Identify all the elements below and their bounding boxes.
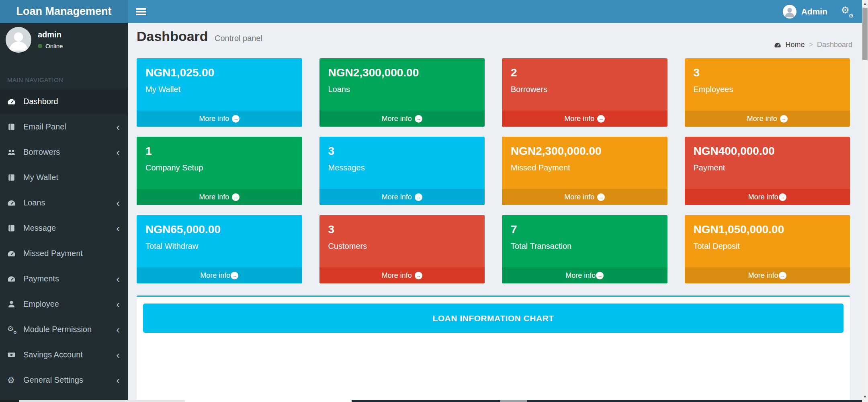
vertical-scrollbar[interactable]: ▲ ▼ bbox=[862, 0, 868, 402]
sidebar-toggle-button[interactable] bbox=[136, 7, 148, 16]
more-info-link[interactable]: More info → bbox=[502, 111, 667, 127]
more-info-label: More info bbox=[199, 115, 229, 123]
breadcrumb-separator: > bbox=[809, 41, 813, 49]
sidebar-menu: Dashbord ‹ Email Panel ‹ Borrowers ‹ My … bbox=[0, 89, 128, 393]
more-info-link[interactable]: More info → bbox=[319, 189, 485, 205]
info-box-value: 2 bbox=[511, 66, 659, 79]
sidebar-section-header: MAIN NAVIGATION bbox=[0, 60, 128, 89]
loan-chart-panel: LOAN INFORMATION CHART bbox=[137, 295, 850, 400]
more-info-link[interactable]: More info → bbox=[685, 111, 850, 127]
vertical-scrollbar-thumb[interactable] bbox=[862, 8, 868, 60]
more-info-link[interactable]: More info → bbox=[137, 189, 302, 205]
info-box-label: Total Withdraw bbox=[145, 242, 293, 251]
more-info-link[interactable]: More info → bbox=[685, 189, 850, 205]
chevron-left-icon: ‹ bbox=[116, 274, 120, 284]
settings-gears-icon[interactable]: ⚙ ⚙ bbox=[841, 6, 853, 18]
sidebar: admin Online MAIN NAVIGATION Dashbord ‹ … bbox=[0, 23, 128, 400]
horizontal-scrollbar-thumb[interactable] bbox=[500, 400, 527, 402]
sidebar-item-my-wallet[interactable]: My Wallet ‹ bbox=[0, 165, 128, 190]
user-menu-label: Admin bbox=[801, 7, 827, 16]
sidebar-item-employee[interactable]: Employee ‹ bbox=[0, 291, 128, 317]
book-icon bbox=[7, 173, 19, 182]
sidebar-item-missed-payment[interactable]: Missed Payment ‹ bbox=[0, 241, 128, 266]
cogs-icon: ⚙⚙ bbox=[7, 325, 19, 334]
arrow-circle-right-icon: → bbox=[415, 272, 422, 279]
user-status: Online bbox=[38, 43, 63, 49]
brand-title: Loan Management bbox=[16, 5, 111, 18]
chevron-left-icon: ‹ bbox=[116, 324, 120, 335]
sidebar-item-label: Savings Account bbox=[23, 350, 116, 359]
info-box-label: Total Transaction bbox=[511, 242, 659, 251]
money-icon bbox=[7, 351, 19, 359]
sidebar-item-module-permission[interactable]: ⚙⚙ Module Permission ‹ bbox=[0, 317, 128, 342]
info-box-value: NGN400,000.00 bbox=[694, 145, 841, 158]
arrow-circle-right-icon: → bbox=[231, 272, 238, 279]
sidebar-item-loans[interactable]: Loans ‹ bbox=[0, 190, 128, 215]
sidebar-item-general-settings[interactable]: ⚙ General Settings ‹ bbox=[0, 367, 128, 393]
sidebar-item-label: Payments bbox=[23, 274, 116, 283]
arrow-circle-right-icon: → bbox=[780, 115, 788, 123]
info-box-loans: NGN2,300,000.00 Loans More info → bbox=[319, 58, 485, 127]
chevron-left-icon: ‹ bbox=[116, 122, 120, 132]
gauge-icon bbox=[7, 249, 19, 258]
more-info-link[interactable]: More info → bbox=[319, 267, 485, 283]
info-box-value: 3 bbox=[328, 145, 476, 158]
info-box-label: Loans bbox=[328, 85, 476, 94]
chevron-left-icon: ‹ bbox=[116, 375, 120, 386]
info-box-label: Company Setup bbox=[145, 163, 293, 172]
info-box-messages: 3 Messages More info → bbox=[319, 137, 485, 205]
scroll-down-icon[interactable]: ▼ bbox=[862, 393, 868, 400]
loan-chart-banner[interactable]: LOAN INFORMATION CHART bbox=[143, 304, 843, 333]
horizontal-scrollbar[interactable] bbox=[0, 400, 862, 402]
info-box-value: 3 bbox=[328, 223, 476, 236]
more-info-link[interactable]: More info → bbox=[502, 189, 667, 205]
more-info-link[interactable]: More info → bbox=[685, 267, 850, 283]
info-box-customers: 3 Customers More info → bbox=[319, 215, 485, 283]
sidebar-item-email-panel[interactable]: Email Panel ‹ bbox=[0, 114, 128, 139]
info-box-total-deposit: NGN1,050,000.00 Total Deposit More info … bbox=[685, 215, 850, 283]
user-avatar-icon bbox=[783, 5, 796, 18]
info-box-label: Missed Payment bbox=[511, 163, 659, 172]
sidebar-item-payments[interactable]: Payments ‹ bbox=[0, 266, 128, 291]
chevron-left-icon: ‹ bbox=[116, 299, 120, 310]
sidebar-item-savings-account[interactable]: Savings Account ‹ bbox=[0, 342, 128, 367]
info-box-my-wallet: NGN1,025.00 My Wallet More info → bbox=[137, 58, 302, 127]
chevron-left-icon: ‹ bbox=[116, 198, 120, 208]
gauge-icon bbox=[7, 199, 19, 207]
info-box-label: Total Deposit bbox=[694, 242, 841, 251]
gauge-icon bbox=[7, 275, 19, 283]
sidebar-item-message[interactable]: Message ‹ bbox=[0, 215, 128, 241]
user-status-label: Online bbox=[45, 43, 63, 49]
sidebar-user-panel: admin Online bbox=[0, 23, 128, 60]
info-box-employees: 3 Employees More info → bbox=[685, 58, 850, 127]
book-icon bbox=[7, 224, 19, 232]
info-box-value: NGN1,050,000.00 bbox=[694, 223, 841, 236]
arrow-circle-right-icon: → bbox=[232, 115, 240, 123]
arrow-circle-right-icon: → bbox=[596, 272, 604, 279]
info-box-company-setup: 1 Company Setup More info → bbox=[137, 137, 302, 205]
more-info-link[interactable]: More info → bbox=[137, 111, 302, 127]
page-subtitle: Control panel bbox=[215, 34, 262, 43]
more-info-label: More info bbox=[564, 115, 594, 123]
more-info-label: More info bbox=[382, 193, 412, 201]
info-box-grid: NGN1,025.00 My Wallet More info → NGN2,3… bbox=[137, 58, 850, 283]
navbar-right: Admin ⚙ ⚙ bbox=[783, 0, 853, 23]
app-logo[interactable]: Loan Management bbox=[0, 0, 128, 23]
sidebar-item-label: Email Panel bbox=[23, 122, 116, 131]
user-menu[interactable]: Admin bbox=[783, 5, 827, 18]
info-box-label: Customers bbox=[328, 242, 476, 251]
info-box-value: 1 bbox=[145, 145, 293, 158]
info-box-total-withdraw: NGN65,000.00 Total Withdraw More info → bbox=[137, 215, 302, 283]
users-icon bbox=[7, 148, 19, 156]
more-info-link[interactable]: More info → bbox=[319, 111, 485, 127]
more-info-link[interactable]: More info → bbox=[137, 267, 302, 283]
sidebar-item-borrowers[interactable]: Borrowers ‹ bbox=[0, 139, 128, 165]
breadcrumb-home-link[interactable]: Home bbox=[785, 41, 805, 49]
info-box-borrowers: 2 Borrowers More info → bbox=[502, 58, 667, 127]
more-info-link[interactable]: More info → bbox=[502, 267, 667, 283]
scroll-up-icon[interactable]: ▲ bbox=[862, 0, 868, 7]
info-box-label: Borrowers bbox=[511, 85, 659, 94]
more-info-label: More info bbox=[382, 115, 412, 123]
more-info-label: More info bbox=[748, 271, 778, 280]
sidebar-item-dashbord[interactable]: Dashbord ‹ bbox=[0, 89, 128, 114]
